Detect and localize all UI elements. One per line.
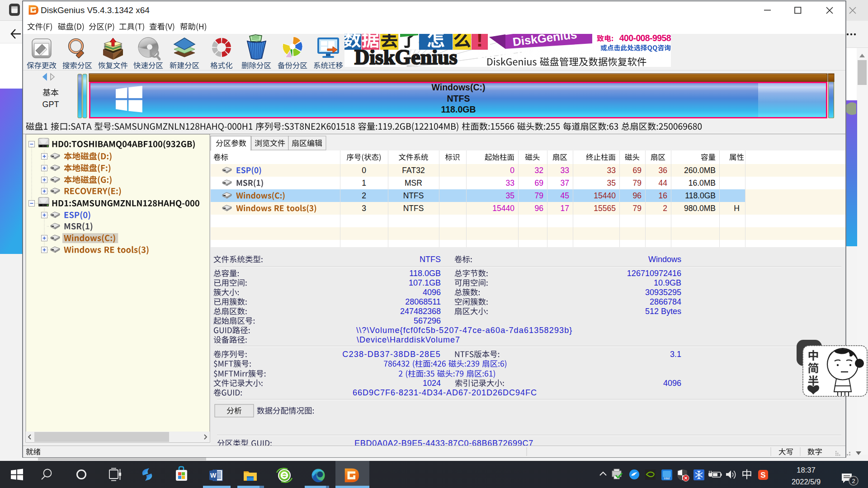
svg-text:33: 33 [561,166,569,175]
svg-text:DiskGenius V5.4.3.1342 x64: DiskGenius V5.4.3.1342 x64 [41,5,150,15]
svg-text:30935295: 30935295 [645,288,681,297]
svg-text:FAT32: FAT32 [402,166,425,175]
svg-text:2: 2 [362,191,366,200]
svg-text:400-008-9958: 400-008-9958 [619,33,671,43]
svg-text:35: 35 [607,178,616,188]
svg-text:Windows: Windows [648,255,681,264]
svg-text:NTFS: NTFS [420,255,441,264]
svg-text:2022/5/9: 2022/5/9 [792,478,821,486]
svg-text:69: 69 [633,166,642,175]
svg-text:3: 3 [362,204,366,213]
svg-text:1024: 1024 [423,379,441,388]
svg-text:260.0MB: 260.0MB [684,166,716,175]
svg-text:16.0MB: 16.0MB [689,178,716,188]
svg-text:10.9GB: 10.9GB [654,278,681,287]
svg-text:28068511: 28068511 [405,297,441,306]
svg-text:69: 69 [535,178,543,188]
svg-text:15440: 15440 [492,204,514,213]
svg-text:15565: 15565 [594,204,616,213]
svg-text:35: 35 [506,191,514,200]
svg-text:118.0GB: 118.0GB [441,104,476,114]
svg-text:96: 96 [633,191,642,200]
svg-text:1: 1 [362,178,366,188]
svg-text:512 Bytes: 512 Bytes [645,307,681,316]
svg-text:247482368: 247482368 [400,307,441,316]
svg-text:2: 2 [852,478,855,484]
svg-text:44: 44 [659,178,668,188]
svg-text:\\?\Volume{fcf0fc5b-5207-47ce-: \\?\Volume{fcf0fc5b-5207-47ce-a60a-7da61… [356,326,573,335]
svg-text:79: 79 [633,178,642,188]
svg-text:4096: 4096 [663,379,681,388]
svg-text:0: 0 [510,166,514,175]
svg-text:3.1: 3.1 [670,350,681,359]
svg-text:15440: 15440 [594,191,616,200]
svg-text:36: 36 [659,166,667,175]
svg-text:107.1GB: 107.1GB [409,278,441,287]
svg-text:C238-DB37-38DB-28E5: C238-DB37-38DB-28E5 [342,350,441,359]
svg-text:S: S [760,471,765,479]
svg-text:18:37: 18:37 [797,466,815,474]
svg-text:96: 96 [535,204,543,213]
svg-text:MSR: MSR [405,178,422,188]
svg-text:45: 45 [561,191,569,200]
svg-text:32: 32 [535,166,543,175]
svg-text:33: 33 [506,178,514,188]
svg-text:NTFS: NTFS [403,191,424,200]
svg-text:4096: 4096 [423,288,441,297]
svg-text:2866784: 2866784 [650,297,681,306]
svg-text:\Device\HarddiskVolume7: \Device\HarddiskVolume7 [357,335,460,344]
svg-text:66D9C7F6-8231-4D34-AD67-201D26: 66D9C7F6-8231-4D34-AD67-201D26DC94FC [353,388,537,397]
svg-text:33: 33 [607,166,616,175]
svg-text:2: 2 [663,204,667,213]
svg-text:118.0GB: 118.0GB [409,269,441,278]
svg-text:W: W [210,472,217,479]
svg-text:Windows(C:): Windows(C:) [432,82,486,92]
svg-text:567296: 567296 [414,316,441,325]
svg-text:17: 17 [561,204,569,213]
svg-text:0: 0 [362,166,366,175]
svg-text:NTFS: NTFS [403,204,424,213]
svg-text:79: 79 [535,191,543,200]
svg-text:980.0MB: 980.0MB [684,204,716,213]
svg-text:intel: intel [664,477,670,480]
svg-text:37: 37 [561,178,569,188]
svg-text:79: 79 [633,204,642,213]
svg-text:118.0GB: 118.0GB [685,191,716,200]
svg-text:126710972416: 126710972416 [627,269,681,278]
svg-text:H: H [734,204,740,213]
svg-text:GPT: GPT [42,100,59,109]
svg-text:16: 16 [659,191,667,200]
svg-text:NTFS: NTFS [447,94,470,103]
